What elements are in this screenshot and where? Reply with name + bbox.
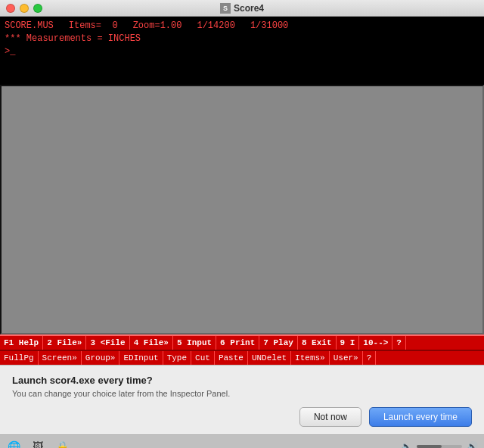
window-title: S Score4: [220, 3, 264, 14]
items-label: Items= 0: [69, 20, 118, 33]
menu-bar-row1: F1 Help 2 File» 3 <File 4 File» 5 Input …: [0, 334, 484, 350]
terminal-area: SCORE.MUS Items= 0 Zoom=1.00 1/14200 1/3…: [0, 17, 484, 85]
menu-group[interactable]: Group»: [82, 351, 120, 365]
menu-user[interactable]: User»: [330, 351, 363, 365]
menu-7-play[interactable]: 7 Play: [259, 336, 298, 350]
menu-question1[interactable]: ?: [392, 336, 406, 350]
launch-every-time-button[interactable]: Launch every time: [369, 407, 472, 427]
menu-9-i[interactable]: 9 I: [337, 336, 360, 350]
menu-6-print[interactable]: 6 Print: [216, 336, 259, 350]
terminal-line2: *** Measurements = INCHES: [5, 33, 479, 45]
not-now-button[interactable]: Not now: [299, 407, 361, 427]
menu-f1-help[interactable]: F1 Help: [0, 336, 43, 350]
terminal-prompt: >_: [5, 45, 479, 58]
menu-fullpg[interactable]: FullPg: [0, 351, 39, 365]
volume-control: 🔈 🔊: [401, 441, 478, 449]
status-left-icons: 🌐 🖼 🔒: [6, 439, 70, 449]
total-label: 1/31000: [250, 20, 288, 33]
dialog-subtitle: You can change your choice later from th…: [12, 389, 472, 398]
filename: SCORE.MUS: [5, 20, 54, 33]
menu-question2[interactable]: ?: [363, 351, 377, 365]
volume-fill: [417, 445, 442, 448]
zoom-label: Zoom=1.00: [133, 20, 182, 33]
status-bar: 🌐 🖼 🔒 🔈 🔊: [0, 434, 484, 448]
title-bar: S Score4: [0, 0, 484, 17]
menu-screen[interactable]: Screen»: [39, 351, 82, 365]
lock-icon[interactable]: 🔒: [54, 439, 70, 449]
menu-4-file[interactable]: 4 File»: [130, 336, 173, 350]
menu-2-file[interactable]: 2 File»: [43, 336, 86, 350]
dialog-title: Launch scor4.exe every time?: [12, 375, 472, 386]
title-text: Score4: [234, 3, 264, 14]
menu-cut[interactable]: Cut: [191, 351, 215, 365]
close-button[interactable]: [6, 4, 15, 13]
dialog-area: Launch scor4.exe every time? You can cha…: [0, 365, 484, 434]
volume-slider[interactable]: [417, 445, 462, 448]
menu-paste[interactable]: Paste: [215, 351, 248, 365]
minimize-button[interactable]: [20, 4, 29, 13]
pages-label: 1/14200: [197, 20, 234, 33]
volume-high-icon: 🔊: [467, 441, 478, 449]
menu-row2: FullPg Screen» Group» EDInput Type Cut P…: [0, 351, 484, 365]
globe-icon[interactable]: 🌐: [6, 439, 21, 449]
menu-items[interactable]: Items»: [291, 351, 330, 365]
menu-5-input[interactable]: 5 Input: [173, 336, 216, 350]
menu-3-file[interactable]: 3 <File: [86, 336, 129, 350]
dialog-buttons: Not now Launch every time: [12, 407, 472, 427]
menu-bar-row2: FullPg Screen» Group» EDInput Type Cut P…: [0, 350, 484, 365]
terminal-line1: SCORE.MUS Items= 0 Zoom=1.00 1/14200 1/3…: [5, 20, 479, 33]
maximize-button[interactable]: [33, 4, 42, 13]
menu-undelet[interactable]: UNDelet: [248, 351, 291, 365]
main-canvas[interactable]: [0, 85, 484, 334]
volume-low-icon: 🔈: [401, 441, 412, 449]
menu-10[interactable]: 10-->: [359, 336, 392, 350]
menu-type[interactable]: Type: [163, 351, 191, 365]
traffic-lights[interactable]: [6, 4, 42, 13]
menu-edinput[interactable]: EDInput: [119, 351, 163, 365]
menu-row1: F1 Help 2 File» 3 <File 4 File» 5 Input …: [0, 336, 484, 350]
picture-icon[interactable]: 🖼: [30, 439, 45, 449]
menu-8-exit[interactable]: 8 Exit: [298, 336, 337, 350]
app-icon: S: [220, 3, 231, 14]
